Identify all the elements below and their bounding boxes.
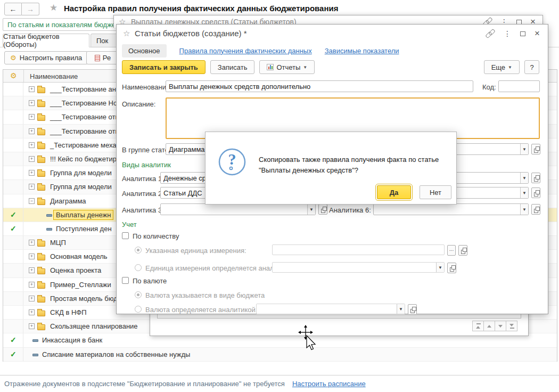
unit-select-button[interactable]: ... xyxy=(447,245,456,256)
expand-icon[interactable]: + xyxy=(29,170,35,176)
move-down-button[interactable] xyxy=(495,321,506,331)
chevron-down-icon: ▼ xyxy=(303,65,307,70)
by-quantity-checkbox[interactable] xyxy=(122,232,129,239)
maximize-icon[interactable] xyxy=(520,31,525,36)
dropdown-arrow-icon[interactable]: ▼ xyxy=(397,304,405,314)
row-flag-cell xyxy=(3,264,23,277)
expand-icon[interactable]: + xyxy=(29,100,35,106)
currency-budget-label: Валюта указывается в виде бюджета xyxy=(145,291,265,299)
move-bottom-button[interactable] xyxy=(506,321,517,331)
by-currency-checkbox[interactable] xyxy=(122,277,129,284)
back-button[interactable]: ← xyxy=(4,3,22,15)
unit-specified-radio[interactable] xyxy=(135,247,142,254)
expand-icon[interactable]: + xyxy=(29,86,35,92)
menu-dots-icon[interactable]: ⋮ xyxy=(504,29,511,38)
unit-by-analytics-radio[interactable] xyxy=(135,264,142,271)
yes-button[interactable]: Да xyxy=(377,185,411,199)
analytics5-open-button[interactable] xyxy=(531,187,540,198)
tab-main[interactable]: Основное xyxy=(122,44,167,58)
currency-analytics-radio[interactable] xyxy=(135,306,142,313)
analytics4-open-button[interactable] xyxy=(531,173,540,183)
expand-icon[interactable]: + xyxy=(29,156,35,162)
analytics6-open-button[interactable] xyxy=(531,204,540,215)
list-move-buttons xyxy=(473,321,517,331)
dropdown-arrow-icon[interactable]: ▼ xyxy=(520,204,528,215)
group-open-button[interactable] xyxy=(531,144,540,154)
dropdown-arrow-icon[interactable]: ▼ xyxy=(520,173,528,183)
tab-link-dependent[interactable]: Зависимые показатели xyxy=(325,47,399,55)
collapse-icon[interactable]: − xyxy=(29,198,35,204)
folder-icon xyxy=(37,129,45,135)
expand-icon[interactable]: + xyxy=(29,128,35,134)
history-nav: ← → xyxy=(4,3,39,15)
reports-button[interactable]: Отчеты ▼ xyxy=(259,60,315,74)
move-top-button[interactable] xyxy=(472,321,484,331)
gear-icon: ⚙ xyxy=(10,54,17,62)
configure-rules-button[interactable]: ⚙ Настроить правила xyxy=(4,51,88,64)
forward-button[interactable]: → xyxy=(22,3,39,15)
register-button[interactable]: Ре xyxy=(86,51,119,64)
help-button[interactable]: ? xyxy=(524,60,539,74)
expand-icon[interactable]: + xyxy=(29,282,35,288)
tab-budget-items-turnovers[interactable]: Статьи бюджетов (Обороты) xyxy=(3,34,89,47)
table-row[interactable]: ✓Списание материалов на собственные нужд… xyxy=(3,348,557,362)
close-icon[interactable]: × xyxy=(535,30,540,37)
svg-text:?: ? xyxy=(228,150,236,168)
currency-analytics-combo[interactable]: ▼ xyxy=(256,304,405,314)
unit-open-button[interactable] xyxy=(458,245,467,256)
no-button[interactable]: Нет xyxy=(420,185,451,199)
dropdown-arrow-icon[interactable]: ▼ xyxy=(520,187,528,198)
row-label: Пример_Стеллажи xyxy=(50,281,111,289)
unit-analytics-open-button[interactable] xyxy=(447,263,456,273)
dropdown-arrow-icon[interactable]: ▼ xyxy=(307,204,315,215)
name-input[interactable] xyxy=(166,80,473,92)
expand-icon[interactable]: + xyxy=(29,309,35,315)
filter-link[interactable]: По статьям и показателям бюджетов xyxy=(7,21,126,29)
tab-link-rules[interactable]: Правила получения фактических данных xyxy=(179,47,312,55)
currency-analytics-open-button[interactable] xyxy=(408,304,417,315)
unit-analytics-combo[interactable]: ▼ xyxy=(272,262,445,273)
row-flag-cell xyxy=(3,194,23,208)
expand-icon[interactable]: + xyxy=(29,240,35,246)
expand-icon[interactable]: + xyxy=(29,323,35,329)
folder-icon xyxy=(37,185,45,191)
item-icon xyxy=(32,354,38,356)
save-button[interactable]: Записать xyxy=(210,60,255,74)
expand-icon[interactable]: + xyxy=(29,267,35,273)
row-label: Поступления ден xyxy=(56,225,112,233)
row-label: Группа для модели xyxy=(50,183,112,191)
configure-schedule-link[interactable]: Настроить расписание xyxy=(292,380,366,388)
row-label: Выплаты денежн xyxy=(53,210,113,220)
dropdown-arrow-icon[interactable]: ▼ xyxy=(520,144,528,154)
save-and-close-button[interactable]: Записать и закрыть xyxy=(122,60,205,74)
favorite-star-icon[interactable]: ★ xyxy=(50,2,57,13)
dropdown-arrow-icon[interactable]: ▼ xyxy=(436,263,444,272)
item-icon xyxy=(46,214,52,217)
gear-icon[interactable]: ⚙ xyxy=(10,72,17,80)
row-label: ___Тестирование ан xyxy=(50,85,116,93)
favorite-star-icon[interactable]: ☆ xyxy=(123,29,130,38)
analytics-section-heading: Виды аналитик xyxy=(122,161,171,169)
chevron-down-icon: ▼ xyxy=(508,65,512,70)
expand-icon[interactable]: + xyxy=(29,254,35,259)
get-link-icon[interactable] xyxy=(486,30,495,37)
expand-icon[interactable]: + xyxy=(29,296,35,301)
more-button[interactable]: Еще ▼ xyxy=(484,60,520,74)
analytics3-open-button[interactable] xyxy=(318,204,327,215)
currency-budget-radio[interactable] xyxy=(135,291,142,298)
expand-icon[interactable]: + xyxy=(29,114,35,120)
code-input[interactable] xyxy=(498,80,540,92)
expand-icon[interactable]: + xyxy=(29,184,35,190)
row-flag-cell xyxy=(3,152,23,166)
status-message: Отражение документов в подсистеме "Бюдже… xyxy=(4,380,285,388)
analytics3-combo[interactable]: ▼ xyxy=(160,203,316,215)
folder-icon xyxy=(37,324,45,330)
expand-icon[interactable]: + xyxy=(29,142,35,148)
move-up-button[interactable] xyxy=(483,321,495,331)
row-flag-cell xyxy=(3,278,23,291)
analytics6-combo[interactable]: ▼ xyxy=(373,203,529,215)
creation-dialog-title: Статьи бюджетов (создание) * xyxy=(135,29,247,38)
analytics6-label: Аналитика 6: xyxy=(329,206,371,214)
folder-icon xyxy=(37,101,45,107)
unit-input[interactable] xyxy=(272,244,445,255)
